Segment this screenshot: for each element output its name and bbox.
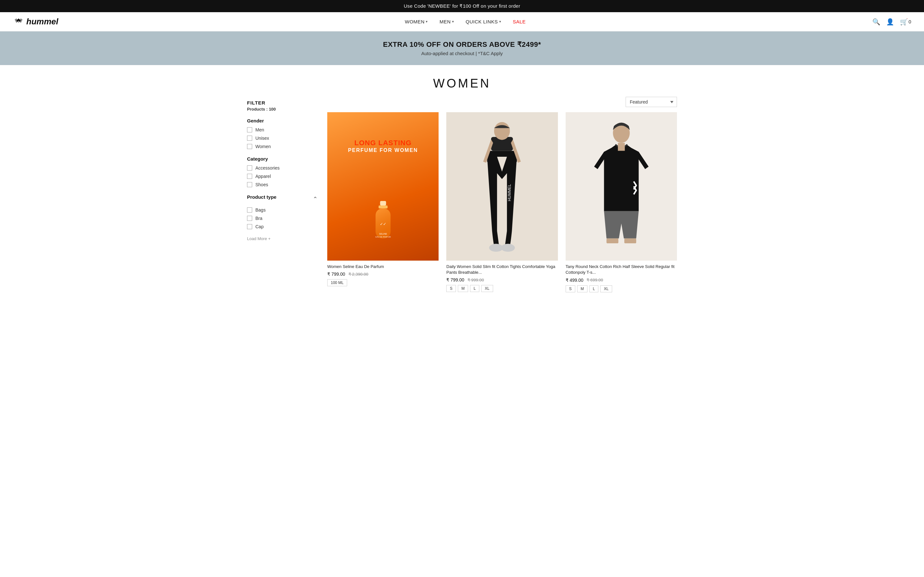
products-area: Featured Price: Low to High Price: High … — [327, 97, 677, 294]
filter-item-bags[interactable]: Bags — [247, 207, 318, 213]
product-card-2[interactable]: Tany Round Neck Cotton Rich Half Sleeve … — [565, 112, 677, 294]
svg-point-13 — [494, 122, 510, 140]
size-s-2[interactable]: S — [565, 285, 575, 292]
product-name-0: Women Seline Eau De Parfum — [327, 264, 439, 269]
svg-rect-1 — [379, 205, 388, 208]
size-s-1[interactable]: S — [446, 285, 456, 292]
filter-label-cap: Cap — [255, 224, 264, 229]
chevron-down-icon: ▾ — [426, 19, 428, 24]
page-title-section: WOMEN — [0, 65, 924, 97]
size-xl-2[interactable]: XL — [600, 285, 612, 292]
size-m-1[interactable]: M — [458, 285, 468, 292]
category-section-title: Category — [247, 156, 318, 161]
filter-label-apparel: Apparel — [255, 174, 271, 179]
collapse-icon[interactable]: ⌃ — [313, 195, 318, 203]
price-original-0: ₹ 2,390.00 — [349, 272, 368, 277]
checkbox-accessories[interactable] — [247, 165, 252, 171]
filter-title: FILTER — [247, 100, 318, 105]
svg-rect-17 — [606, 239, 618, 243]
tshirt-image — [565, 112, 677, 261]
promo-main-text: EXTRA 10% OFF ON ORDERS ABOVE ₹2499* — [6, 40, 918, 49]
products-count: Products : 100 — [247, 107, 318, 111]
size-xl-1[interactable]: XL — [481, 285, 493, 292]
promo-banner: EXTRA 10% OFF ON ORDERS ABOVE ₹2499* Aut… — [0, 31, 924, 65]
cart-icon: 🛒 — [900, 18, 908, 26]
page-title: WOMEN — [6, 77, 918, 90]
price-current-0: ₹ 799.00 — [327, 271, 345, 277]
checkbox-bags[interactable] — [247, 207, 252, 213]
product-card-1[interactable]: HUMMEL Daily Women Solid Slim fit Cotton… — [446, 112, 557, 294]
size-m-2[interactable]: M — [577, 285, 588, 292]
price-current-1: ₹ 799.00 — [446, 277, 464, 282]
checkbox-unisex[interactable] — [247, 135, 252, 141]
size-l-1[interactable]: L — [470, 285, 479, 292]
checkbox-cap[interactable] — [247, 224, 252, 229]
filter-item-cap[interactable]: Cap — [247, 224, 318, 229]
account-icon[interactable]: 👤 — [886, 18, 894, 26]
promo-sub-text: Auto-applied at checkout | *T&C Apply — [6, 51, 918, 56]
svg-text:SELINE: SELINE — [379, 233, 387, 235]
product-grid: LONG LASTING PERFUME FOR WOMEN — [327, 112, 677, 294]
product-prices-0: ₹ 799.00 ₹ 2,390.00 — [327, 271, 439, 277]
leggings-svg: HUMMEL — [446, 112, 557, 261]
filter-label-bra: Bra — [255, 216, 262, 221]
checkbox-shoes[interactable] — [247, 182, 252, 187]
filter-item-men[interactable]: Men — [247, 127, 318, 132]
logo[interactable]: hummel — [13, 17, 58, 27]
checkbox-women[interactable] — [247, 144, 252, 149]
perfume-image: LONG LASTING PERFUME FOR WOMEN — [327, 112, 439, 261]
sort-select[interactable]: Featured Price: Low to High Price: High … — [626, 97, 677, 107]
filter-item-shoes[interactable]: Shoes — [247, 182, 318, 187]
product-sizes-0: 100 ML — [327, 279, 439, 286]
product-prices-1: ₹ 799.00 ₹ 999.00 — [446, 277, 557, 282]
product-name-2: Tany Round Neck Cotton Rich Half Sleeve … — [565, 264, 677, 276]
search-icon[interactable]: 🔍 — [872, 18, 880, 26]
svg-text:HUMMEL: HUMMEL — [507, 184, 512, 201]
svg-rect-16 — [618, 143, 625, 151]
product-type-section-title: Product type — [247, 194, 276, 200]
filter-label-accessories: Accessories — [255, 165, 279, 171]
product-info-2: Tany Round Neck Cotton Rich Half Sleeve … — [565, 261, 677, 294]
filter-item-unisex[interactable]: Unisex — [247, 135, 318, 141]
header-icons: 🔍 👤 🛒 0 — [872, 18, 911, 26]
filter-label-women: Women — [255, 144, 271, 149]
product-type-header: Product type ⌃ — [247, 194, 318, 203]
perfume-text-overlay: LONG LASTING PERFUME FOR WOMEN — [327, 139, 439, 153]
filter-item-women[interactable]: Women — [247, 144, 318, 149]
logo-text: hummel — [26, 17, 58, 27]
chevron-down-icon: ▾ — [499, 19, 501, 24]
nav-sale[interactable]: SALE — [513, 19, 525, 24]
product-sizes-2: S M L XL — [565, 285, 677, 292]
filter-item-bra[interactable]: Bra — [247, 216, 318, 221]
perfume-bottle-svg: ✓✓ SELINE EAU DE PARFUM — [372, 201, 394, 246]
top-banner: Use Code 'NEWBEE' for ₹100 Off on your f… — [0, 0, 924, 12]
volume-tag-0[interactable]: 100 ML — [327, 279, 347, 286]
product-sizes-1: S M L XL — [446, 285, 557, 292]
product-image-2 — [565, 112, 677, 261]
product-name-1: Daily Women Solid Slim fit Cotton Tights… — [446, 264, 557, 276]
svg-rect-9 — [487, 151, 517, 157]
leggings-image: HUMMEL — [446, 112, 557, 261]
header: hummel WOMEN ▾ MEN ▾ QUICK LINKS ▾ SALE … — [0, 12, 924, 31]
product-card-0[interactable]: LONG LASTING PERFUME FOR WOMEN — [327, 112, 439, 294]
filter-item-accessories[interactable]: Accessories — [247, 165, 318, 171]
nav-women[interactable]: WOMEN ▾ — [405, 19, 428, 24]
gender-filter-section: Gender Men Unisex Women — [247, 118, 318, 149]
checkbox-men[interactable] — [247, 127, 252, 132]
cart-button[interactable]: 🛒 0 — [900, 18, 911, 26]
sidebar-filter: FILTER Products : 100 Gender Men Unisex … — [247, 97, 318, 294]
main-layout: FILTER Products : 100 Gender Men Unisex … — [237, 97, 687, 307]
filter-item-apparel[interactable]: Apparel — [247, 174, 318, 179]
top-banner-text: Use Code 'NEWBEE' for ₹100 Off on your f… — [404, 3, 520, 9]
nav-men[interactable]: MEN ▾ — [439, 19, 454, 24]
filter-label-unisex: Unisex — [255, 135, 269, 141]
category-filter-section: Category Accessories Apparel Shoes — [247, 156, 318, 187]
nav-quick-links[interactable]: QUICK LINKS ▾ — [465, 19, 501, 24]
svg-text:✓✓: ✓✓ — [380, 222, 386, 226]
checkbox-apparel[interactable] — [247, 174, 252, 179]
checkbox-bra[interactable] — [247, 216, 252, 221]
size-l-2[interactable]: L — [590, 285, 599, 292]
load-more-button[interactable]: Load More + — [247, 236, 318, 241]
product-type-filter-section: Product type ⌃ Bags Bra Cap — [247, 194, 318, 229]
chevron-down-icon: ▾ — [452, 19, 454, 24]
